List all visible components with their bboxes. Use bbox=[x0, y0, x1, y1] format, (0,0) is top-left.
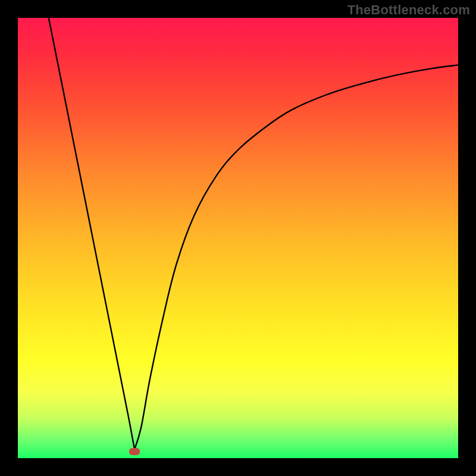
chart-frame: TheBottleneck.com bbox=[0, 0, 476, 476]
watermark-text: TheBottleneck.com bbox=[347, 2, 470, 18]
plot-area bbox=[18, 18, 458, 458]
curve-left-segment bbox=[49, 18, 134, 449]
bottleneck-curve bbox=[18, 18, 458, 458]
minimum-marker bbox=[129, 448, 140, 455]
curve-right-segment bbox=[134, 65, 458, 449]
